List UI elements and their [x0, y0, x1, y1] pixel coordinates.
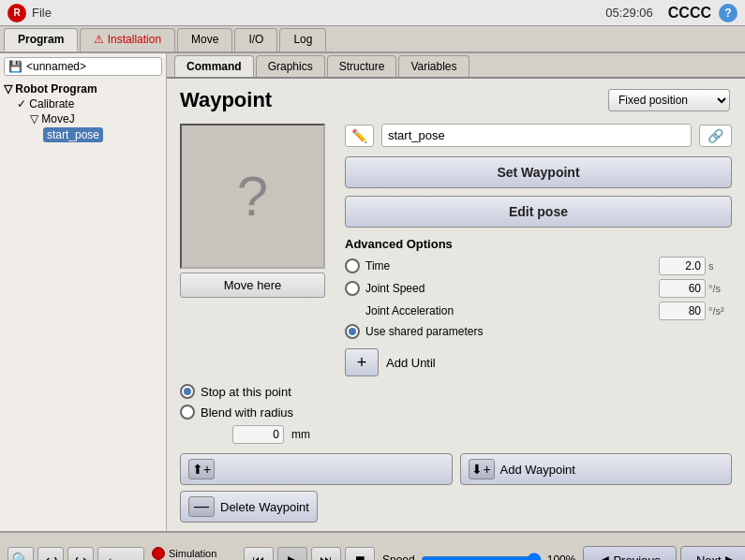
undo-button[interactable]: ↩	[37, 547, 64, 560]
blend-value-input[interactable]	[232, 425, 284, 444]
add-up-icon: ⬆+	[188, 459, 215, 479]
subtab-command[interactable]: Command	[174, 55, 254, 77]
waypoint-type: Fixed position Relative Variable	[608, 89, 732, 111]
joint-speed-radio[interactable]	[345, 281, 360, 296]
joint-acc-unit: °/s²	[708, 305, 732, 317]
next-arrow: ▶	[725, 553, 736, 560]
waypoint-area: Waypoint Fixed position Relative Variabl…	[167, 79, 745, 531]
shared-params-label: Use shared parameters	[365, 325, 732, 338]
app-logo: R	[7, 4, 26, 22]
tree-start-pose[interactable]: start_pose	[4, 126, 162, 143]
add-until-button[interactable]: +	[345, 348, 379, 376]
preview-symbol: ?	[237, 164, 268, 228]
skip-forward-button[interactable]: ⏭	[311, 547, 341, 560]
playback-controls: ⏮ ▶ ⏭ ⏹	[244, 547, 375, 560]
delete-waypoint-button[interactable]: — Delete Waypoint	[180, 491, 318, 523]
shared-params-radio[interactable]	[345, 324, 360, 339]
tab-installation[interactable]: ⚠ Installation	[80, 28, 175, 52]
set-waypoint-button[interactable]: Set Waypoint	[345, 156, 732, 188]
waypoint-type-select[interactable]: Fixed position Relative Variable	[608, 89, 730, 111]
step-back-button[interactable]: ←—	[97, 547, 144, 560]
subtab-structure[interactable]: Structure	[327, 55, 397, 77]
next-button[interactable]: Next ▶	[680, 546, 745, 560]
blend-input-row: mm	[206, 425, 732, 444]
prev-label: Previous	[613, 553, 661, 561]
add-waypoint-down-button[interactable]: ⬇+ Add Waypoint	[460, 453, 733, 485]
add-waypoint-label: Add Waypoint	[500, 463, 575, 477]
stop-radio[interactable]	[180, 384, 195, 399]
waypoint-body: ? Move here ✏️ 🔗 Set Waypoint Edit	[180, 124, 732, 376]
delete-icon: —	[188, 496, 215, 517]
waypoint-name-row: ✏️ 🔗	[345, 124, 732, 147]
time-input[interactable]	[659, 257, 706, 275]
blend-label: Blend with radius	[201, 405, 293, 420]
waypoint-action-buttons: ⬆+ ⬇+ Add Waypoint	[180, 453, 732, 485]
waypoint-name-input[interactable]	[381, 124, 692, 147]
tab-program[interactable]: Program	[4, 28, 78, 52]
clock: 05:29:06	[605, 6, 653, 20]
subtab-graphics[interactable]: Graphics	[256, 55, 325, 77]
sidebar: 💾 <unnamed> ▽ Robot Program ✓ Calibrate …	[0, 53, 167, 531]
stop-button[interactable]: ⏹	[345, 547, 375, 560]
tree-robot-program[interactable]: ▽ Robot Program	[4, 81, 162, 96]
edit-name-button[interactable]: ✏️	[345, 125, 374, 147]
content-area: Command Graphics Structure Variables Way…	[167, 53, 745, 531]
tree-selected-label: start_pose	[43, 127, 103, 142]
subtab-variables[interactable]: Variables	[398, 55, 469, 77]
waypoint-header: Waypoint Fixed position Relative Variabl…	[180, 88, 732, 112]
move-here-button[interactable]: Move here	[180, 273, 325, 298]
play-button[interactable]: ▶	[277, 547, 307, 560]
tab-log[interactable]: Log	[279, 28, 326, 52]
skip-back-button[interactable]: ⏮	[244, 547, 274, 560]
advanced-title: Advanced Options	[345, 237, 732, 251]
tab-io[interactable]: I/O	[234, 28, 277, 52]
advanced-options: Advanced Options Time s Joint Speed °/s	[345, 237, 732, 339]
speed-section: Speed 100%	[382, 553, 575, 560]
motion-options: Stop at this point Blend with radius mm …	[180, 384, 732, 523]
app-title: File	[32, 6, 605, 20]
program-name-field[interactable]: 💾 <unnamed>	[4, 57, 162, 76]
tree-calibrate[interactable]: ✓ Calibrate	[4, 96, 162, 111]
edit-pose-button[interactable]: Edit pose	[345, 196, 732, 228]
delete-waypoint-label: Delete Waypoint	[220, 500, 309, 514]
bottom-bar: 🔍 ↩ ↪ ←— Simulation Real Robot ⏮ ▶ ⏭ ⏹ S…	[0, 531, 745, 560]
redo-button[interactable]: ↪	[67, 547, 94, 560]
program-name: <unnamed>	[26, 60, 86, 73]
simulation-label: Simulation	[169, 548, 216, 559]
joint-acc-row: Joint Acceleration °/s²	[345, 302, 732, 320]
stop-label: Stop at this point	[201, 385, 291, 399]
help-button[interactable]: ?	[719, 4, 738, 22]
tree-movej[interactable]: ▽ MoveJ	[4, 111, 162, 126]
add-until-label: Add Until	[386, 356, 436, 370]
blend-row: Blend with radius	[180, 405, 732, 420]
tab-move[interactable]: Move	[177, 28, 232, 52]
device-id: CCCC	[668, 5, 711, 22]
joint-acc-input[interactable]	[659, 302, 706, 320]
time-radio[interactable]	[345, 258, 360, 273]
joint-speed-row: Joint Speed °/s	[345, 279, 732, 298]
time-unit: s	[708, 260, 732, 272]
previous-button[interactable]: ◀ Previous	[583, 546, 677, 560]
sim-section: Simulation Real Robot	[152, 547, 236, 560]
simulation-indicator	[152, 547, 165, 560]
add-until-row: + Add Until	[345, 348, 732, 376]
blend-unit: mm	[291, 428, 310, 441]
speed-slider[interactable]	[421, 553, 542, 560]
nav-tabs: Program ⚠ Installation Move I/O Log	[0, 26, 745, 53]
search-tool-button[interactable]: 🔍	[7, 547, 34, 560]
next-label: Next	[696, 553, 722, 561]
stop-row: Stop at this point	[180, 384, 732, 399]
speed-value: 100%	[547, 553, 576, 560]
joint-speed-input[interactable]	[659, 279, 706, 298]
joint-acc-label: Joint Acceleration	[365, 304, 659, 317]
shared-params-row: Use shared parameters	[345, 324, 732, 339]
speed-label: Speed	[382, 553, 415, 560]
add-waypoint-up-button[interactable]: ⬆+	[180, 453, 453, 485]
link-button[interactable]: 🔗	[699, 125, 732, 147]
navigation-buttons: ◀ Previous Next ▶	[583, 546, 745, 560]
save-icon: 💾	[8, 60, 22, 73]
joint-speed-unit: °/s	[708, 283, 732, 294]
main-layout: 💾 <unnamed> ▽ Robot Program ✓ Calibrate …	[0, 53, 745, 531]
blend-radio[interactable]	[180, 405, 195, 420]
waypoint-preview: ?	[180, 124, 325, 269]
